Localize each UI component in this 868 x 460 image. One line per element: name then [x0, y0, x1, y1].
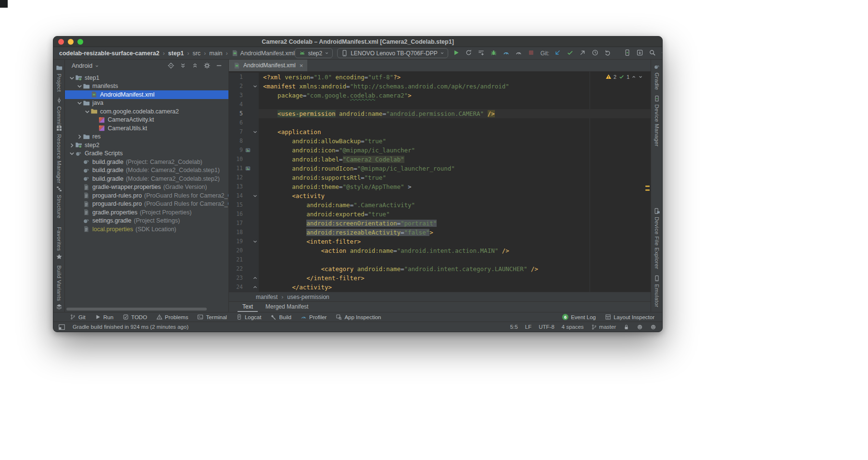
tool-stripe-device-file-explorer[interactable]: Device File Explorer [651, 208, 662, 269]
expand-all-button[interactable] [179, 62, 188, 70]
tree-chevron[interactable] [75, 99, 82, 106]
tool-window-button-event-log[interactable]: 6Event Log [562, 314, 596, 320]
zoom-window-button[interactable] [77, 39, 83, 45]
tree-item-java[interactable]: java [65, 99, 228, 108]
tree-item-step1[interactable]: step1 [65, 74, 228, 82]
apply-code-changes-button[interactable] [478, 49, 486, 57]
tree-chevron[interactable] [68, 142, 75, 149]
tool-window-button-logcat[interactable]: Logcat [236, 314, 262, 320]
tree-chevron[interactable] [68, 75, 75, 81]
history-button[interactable] [591, 49, 600, 57]
tree-item-settings-gradle[interactable]: settings.gradle(Project Settings) [65, 217, 228, 225]
feedback-face-2[interactable] [650, 324, 656, 330]
tree-item-build-gradle[interactable]: build.gradle(Project: Camera2_Codelab) [65, 158, 228, 166]
write-access-lock[interactable] [623, 324, 629, 330]
code-line-4[interactable]: 4 [229, 100, 651, 109]
tool-stripe-structure[interactable]: Structure [53, 186, 64, 218]
fold-slot[interactable] [252, 191, 259, 200]
chevron-down-icon[interactable] [638, 75, 643, 79]
breadcrumb-src[interactable]: src [192, 50, 201, 57]
tool-stripe-gradle[interactable]: Gradle [651, 63, 662, 90]
tool-window-button-app-inspection[interactable]: App Inspection [336, 314, 381, 320]
tool-window-button-terminal[interactable]: Terminal [197, 314, 226, 320]
editor-tab-androidmanifest[interactable]: AndroidManifest.xml × [229, 60, 307, 71]
code-line-19[interactable]: 19 <intent-filter> [229, 237, 651, 246]
tool-window-button-git[interactable]: Git [70, 314, 86, 320]
xml-breadcrumb-manifest[interactable]: manifest [256, 294, 277, 300]
tree-chevron[interactable] [75, 133, 82, 140]
tree-item-proguard-rules-pro[interactable]: proguard-rules.pro(ProGuard Rules for Ca… [65, 191, 228, 200]
code-line-24[interactable]: 24 </activity> [229, 283, 651, 292]
close-window-button[interactable] [58, 39, 64, 45]
fold-slot[interactable] [252, 274, 259, 283]
tree-item-local-properties[interactable]: local.properties(SDK Location) [65, 225, 228, 234]
breadcrumb-main[interactable]: main [209, 50, 222, 57]
tool-window-button-layout-inspector[interactable]: Layout Inspector [605, 314, 654, 320]
device-manager-button[interactable] [624, 49, 632, 57]
settings-button[interactable] [661, 49, 663, 57]
tree-item-res[interactable]: res [65, 133, 228, 141]
tree-item-manifests[interactable]: manifests [65, 82, 228, 91]
locate-file-button[interactable] [167, 62, 176, 70]
push-button[interactable] [579, 49, 587, 57]
tool-stripe-commit[interactable]: Commit [53, 97, 64, 126]
profile-button[interactable] [503, 49, 511, 57]
code-line-11[interactable]: 11 android:roundIcon="@mipmap/ic_launche… [229, 164, 651, 173]
indent-style[interactable]: 4 spaces [562, 324, 584, 330]
run-configuration-select[interactable]: step2 [295, 48, 333, 58]
search-everywhere-button[interactable] [649, 49, 657, 57]
error-stripe-mark[interactable] [645, 189, 650, 191]
code-line-1[interactable]: 1<?xml version="1.0" encoding="utf-8"?> [229, 73, 651, 82]
attach-profiler-button[interactable] [515, 49, 523, 57]
sdk-manager-button[interactable] [636, 49, 644, 57]
tool-window-button-build[interactable]: Build [270, 314, 291, 320]
code-line-12[interactable]: 12 android:supportsRtl="true" [229, 173, 651, 182]
breadcrumb-codelab-resizable-surface-camera2[interactable]: codelab-resizable-surface-camera2 [59, 50, 159, 57]
tree-chevron[interactable] [83, 108, 90, 115]
code-line-2[interactable]: 2<manifest xmlns:android="http://schemas… [229, 82, 651, 91]
tool-window-button-profiler[interactable]: Profiler [301, 314, 327, 320]
tool-stripe-emulator[interactable]: Emulator [651, 275, 662, 307]
line-separator[interactable]: LF [525, 324, 531, 330]
tree-item-cameraactivity-kt[interactable]: CameraActivity.kt [65, 116, 228, 124]
view-tab-merged-manifest[interactable]: Merged Manifest [261, 302, 313, 312]
view-tab-text[interactable]: Text [238, 302, 258, 312]
tool-stripe-project[interactable]: Project [53, 64, 64, 92]
feedback-face-1[interactable] [637, 324, 643, 330]
caret-position[interactable]: 5:5 [510, 324, 518, 330]
tool-stripe-device-manager[interactable]: Device Manager [651, 95, 662, 147]
inspections-widget[interactable]: 2 1 [605, 74, 643, 80]
tool-windows-toggle-icon[interactable] [58, 323, 65, 331]
fold-slot[interactable] [252, 127, 259, 137]
update-project-button[interactable] [554, 49, 562, 57]
project-view-selector[interactable]: Android [72, 62, 99, 69]
tree-item-com-google-codelab-camera2[interactable]: com.google.codelab.camera2 [65, 107, 228, 116]
close-icon[interactable]: × [300, 62, 303, 69]
code-line-8[interactable]: 8 android:allowBackup="true" [229, 137, 651, 146]
tool-window-button-problems[interactable]: Problems [156, 314, 189, 320]
tree-item-gradle-properties[interactable]: gradle.properties(Project Properties) [65, 208, 228, 217]
tree-item-camerautils-kt[interactable]: CameraUtils.kt [65, 124, 228, 133]
run-button[interactable] [453, 49, 461, 57]
file-encoding[interactable]: UTF-8 [539, 324, 554, 330]
target-device-select[interactable]: LENOVO Lenovo TB-Q706F-DPP [337, 48, 448, 58]
code-line-16[interactable]: 16 android:exported="true" [229, 210, 651, 219]
code-line-10[interactable]: 10 android:label="Camera2 Codelab" [229, 155, 651, 164]
tool-window-button-todo[interactable]: TODO [123, 314, 147, 320]
tree-chevron[interactable] [68, 150, 75, 157]
xml-breadcrumb-uses-permission[interactable]: uses-permission [287, 294, 329, 300]
code-line-18[interactable]: 18 android:resizeableActivity="false"> [229, 228, 651, 237]
code-editor[interactable]: 1<?xml version="1.0" encoding="utf-8"?>2… [229, 72, 651, 292]
code-line-15[interactable]: 15 android:name=".CameraActivity" [229, 200, 651, 210]
code-line-23[interactable]: 23 </intent-filter> [229, 274, 651, 283]
git-branch-widget[interactable]: master [591, 324, 616, 330]
rollback-button[interactable] [604, 49, 612, 57]
tree-item-gradle-scripts[interactable]: Gradle Scripts [65, 149, 228, 158]
tree-item-proguard-rules-pro[interactable]: proguard-rules.pro(ProGuard Rules for Ca… [65, 200, 228, 209]
tree-item-build-gradle[interactable]: build.gradle(Module: Camera2_Codelab.ste… [65, 174, 228, 183]
code-line-6[interactable]: 6 [229, 118, 651, 127]
stop-button[interactable] [528, 49, 536, 57]
debug-button[interactable] [490, 49, 498, 57]
code-line-17[interactable]: 17 android:screenOrientation="portrait" [229, 219, 651, 228]
hide-panel-button[interactable] [215, 62, 224, 70]
